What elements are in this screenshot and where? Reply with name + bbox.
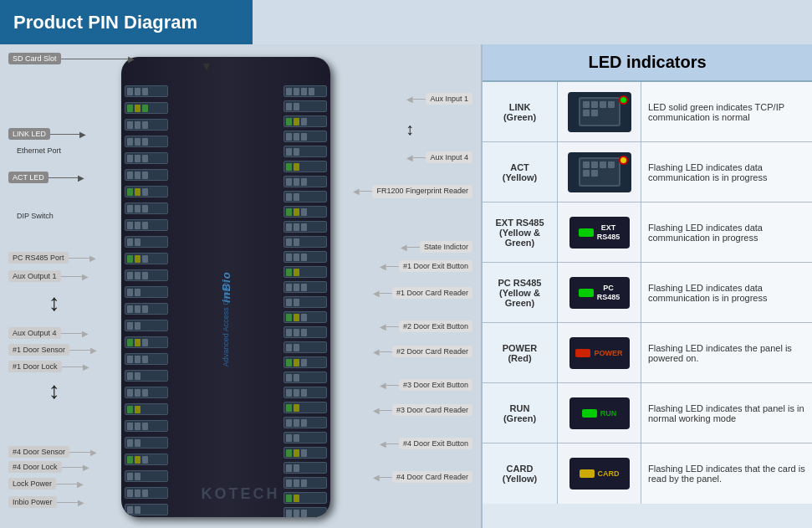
fr1200-annotation: ◀ FR1200 Fingerprint Reader	[353, 185, 472, 198]
aux-output1-annotation: Aux Output 1 ▶	[8, 270, 89, 282]
led-row-power: POWER(Red) POWER Flashing LED indicates …	[483, 323, 812, 383]
door1-card-label: #1 Door Card Reader	[392, 287, 472, 299]
door4-sensor-annotation: #4 Door Sensor ▶	[8, 446, 97, 458]
led-name-run: RUN(Green)	[483, 383, 558, 443]
led-row-act: ACT(Yellow) Flashing LE	[483, 142, 812, 202]
aux-input1-label: Aux Input 1	[426, 93, 472, 105]
sd-card-arrow: ▼	[201, 59, 212, 73]
run-icon-text: RUN	[600, 409, 617, 418]
led-name-card: CARD(Yellow)	[483, 443, 558, 504]
door-arrow-block: ↕	[49, 379, 60, 402]
card-icon-text: CARD	[598, 469, 620, 478]
act-yellow-led	[619, 156, 628, 165]
door2-card-annotation: ◀ #2 Door Card Reader	[373, 346, 472, 357]
led-icon-run: RUN	[558, 383, 641, 443]
led-name-act: ACT(Yellow)	[483, 142, 558, 202]
door1-sensor-label: #1 Door Sensor	[8, 344, 69, 356]
led-desc-power: Flashing LED indicates the panel is powe…	[641, 323, 812, 382]
door1-lock-label: #1 Door Lock	[8, 361, 62, 372]
led-name-pc-rs485: PC RS485(Yellow &Green)	[483, 263, 558, 322]
led-table: LINK(Green) LED solid g	[483, 82, 812, 528]
aux-output4-annotation: Aux Output 4 ▶	[8, 327, 89, 339]
sd-card-annotation: SD Card Slot ▶	[8, 53, 135, 64]
door1-exit-label: #1 Door Exit Button	[399, 260, 472, 272]
led-icon-act	[558, 142, 641, 202]
led-row-ext-rs485: EXT RS485(Yellow &Green) EXTRS485 Flashi…	[483, 202, 812, 263]
pcb-device: inBio Advanced Access Control	[121, 57, 330, 517]
door4-lock-label: #4 Door Lock	[8, 461, 62, 473]
link-led-label: LINK LED	[8, 128, 50, 140]
door1-card-annotation: ◀ #1 Door Card Reader	[373, 287, 472, 299]
led-desc-ext-rs485: Flashing LED indicates data communicatio…	[641, 202, 812, 262]
door4-exit-annotation: ◀ #4 Door Exit Button	[380, 438, 472, 449]
state-indicator-label: State Indictor	[420, 241, 472, 253]
page-title: Product PIN Diagram	[13, 12, 197, 33]
door4-lock-annotation: #4 Door Lock ▶	[8, 461, 89, 473]
aux-input4-annotation: ◀ Aux Input 4	[406, 151, 472, 163]
led-name-ext-rs485: EXT RS485(Yellow &Green)	[483, 202, 558, 262]
pc-rs485-icon-text: PCRS485	[597, 284, 620, 302]
led-desc-card: Flashing LED indicates that the card is …	[641, 443, 812, 504]
led-icon-pc-rs485: PCRS485	[558, 263, 641, 322]
led-icon-power: POWER	[558, 323, 641, 382]
led-name-power: POWER(Red)	[483, 323, 558, 382]
inbio-power-annotation: Inbio Power ▶	[8, 496, 84, 508]
sd-card-label: SD Card Slot	[8, 53, 61, 64]
header: Product PIN Diagram	[0, 0, 812, 44]
led-icon-link	[558, 82, 641, 141]
door4-card-annotation: ◀ #4 Door Card Reader	[373, 471, 472, 483]
door3-exit-label: #3 Door Exit Button	[399, 379, 472, 391]
door1-sensor-annotation: #1 Door Sensor ▶	[8, 344, 97, 356]
pc-rs485-label: PC RS485 Port	[8, 252, 69, 264]
door1-exit-annotation: ◀ #1 Door Exit Button	[380, 260, 472, 272]
door2-exit-label: #2 Door Exit Button	[399, 320, 472, 332]
door4-exit-label: #4 Door Exit Button	[399, 438, 472, 449]
led-row-card: CARD(Yellow) CARD Flashing LED indicates…	[483, 443, 812, 504]
diagram-section: inBio Advanced Access Control ▼ SD Card …	[0, 44, 481, 528]
aux-input4-label: Aux Input 4	[426, 151, 472, 163]
device-subtitle: Advanced Access Control	[222, 281, 230, 367]
pc-rs485-annotation: PC RS485 Port ▶	[8, 252, 96, 264]
act-led-annotation: ACT LED ▶	[8, 172, 84, 183]
door2-exit-annotation: ◀ #2 Door Exit Button	[380, 320, 472, 332]
aux-output1-label: Aux Output 1	[8, 270, 61, 282]
power-icon-text: POWER	[594, 349, 622, 357]
fr1200-label: FR1200 Fingerprint Reader	[372, 185, 472, 198]
ext-rs485-icon-text: EXTRS485	[597, 223, 620, 242]
title-bar: Product PIN Diagram	[0, 0, 253, 44]
led-desc-link: LED solid green indicates TCP/IP communi…	[641, 82, 812, 141]
link-green-led	[619, 95, 628, 105]
state-indicator-annotation: ◀ State Indictor	[401, 241, 472, 253]
lock-power-annotation: Lock Power ▶	[8, 478, 84, 490]
led-name-link: LINK(Green)	[483, 82, 558, 141]
door3-card-label: #3 Door Card Reader	[392, 404, 472, 416]
aux-output4-label: Aux Output 4	[8, 327, 61, 339]
inbio-power-label: Inbio Power	[8, 496, 57, 508]
door3-exit-annotation: ◀ #3 Door Exit Button	[380, 379, 472, 391]
act-led-label: ACT LED	[8, 172, 49, 183]
led-desc-run: Flashing LED indicates that panel is in …	[641, 383, 812, 443]
door2-card-label: #2 Door Card Reader	[392, 346, 472, 357]
led-icon-ext-rs485: EXTRS485	[558, 202, 641, 262]
lock-power-label: Lock Power	[8, 478, 56, 490]
door3-card-annotation: ◀ #3 Door Card Reader	[373, 404, 472, 416]
led-desc-act: Flashing LED indicates data communicatio…	[641, 142, 812, 202]
link-led-annotation: LINK LED ▶	[8, 128, 86, 140]
aux-input-arrow: ↕	[406, 120, 414, 139]
led-row-link: LINK(Green) LED solid g	[483, 82, 812, 142]
dip-switch-text: DIP Switch	[17, 212, 54, 220]
door1-lock-annotation: #1 Door Lock ▶	[8, 361, 89, 372]
door4-sensor-label: #4 Door Sensor	[8, 446, 69, 458]
ethernet-port-text: Ethernet Port	[17, 146, 61, 155]
led-row-run: RUN(Green) RUN Flashing LED indicates th…	[483, 383, 812, 443]
aux-input1-annotation: ◀ Aux Input 1	[406, 93, 472, 105]
led-row-pc-rs485: PC RS485(Yellow &Green) PCRS485 Flashing…	[483, 263, 812, 323]
door4-card-label: #4 Door Card Reader	[392, 471, 472, 483]
led-desc-pc-rs485: Flashing LED indicates data communicatio…	[641, 263, 812, 322]
led-panel-title: LED indicators	[483, 44, 812, 82]
led-icon-card: CARD	[558, 443, 641, 504]
aux-output-arrow: ↕	[49, 291, 60, 315]
led-panel: LED indicators LINK(Green)	[481, 44, 812, 528]
